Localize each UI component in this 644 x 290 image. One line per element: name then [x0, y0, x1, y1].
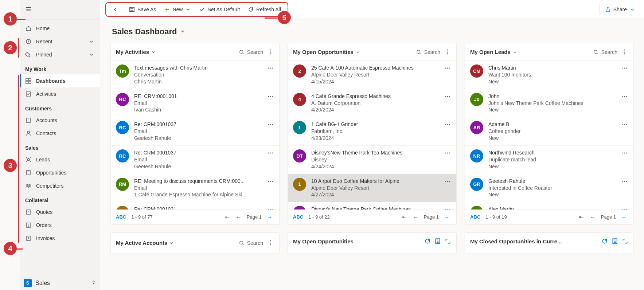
page-prev[interactable]: ← [411, 213, 420, 221]
card-active-accounts-title[interactable]: My Active Accounts [116, 240, 174, 246]
page-title[interactable]: Sales Dashboard [110, 24, 634, 43]
card-activities-more[interactable]: ⋮ [267, 47, 274, 57]
card-activities-search[interactable]: Search [239, 49, 263, 55]
row-title: 1 Café BG-1 Grinder [311, 121, 439, 128]
card-opportunities-title[interactable]: My Open Opportunities [293, 49, 360, 55]
back-button[interactable] [109, 4, 123, 15]
row-more[interactable]: ⋯ [621, 64, 628, 71]
row-more[interactable]: ⋯ [621, 149, 628, 156]
list-item[interactable]: RCRE: CRM:0001001EmailIvan Cashin⋯ [111, 89, 279, 118]
row-more[interactable]: ⋯ [621, 93, 628, 100]
list-item[interactable]: NRNorthwind ResearchDuplicate match lead… [465, 146, 633, 174]
list-item[interactable]: RCRe: CRM:0001037EmailGeetesh Rahule⋯ [111, 117, 279, 146]
card-activities-title[interactable]: My Activities [116, 49, 156, 55]
list-item[interactable]: TmText messages with Chris MartinConvers… [111, 61, 279, 89]
page-next[interactable]: → [265, 213, 274, 221]
group-sales: Sales [20, 140, 100, 153]
refresh-icon[interactable] [424, 238, 431, 244]
list-item[interactable]: 225 Café A-100 Automatic Espresso Machin… [288, 61, 456, 89]
card-leads-more[interactable]: ⋮ [621, 47, 628, 57]
row-more[interactable]: ⋯ [621, 121, 628, 128]
row-more[interactable]: ⋯ [267, 178, 274, 185]
set-default-button[interactable]: Set As Default [195, 4, 243, 15]
row-text: Disney'sNew Theme Park Tea MachinesDisne… [311, 149, 439, 170]
share-button[interactable]: Share [600, 4, 639, 15]
nav-recent[interactable]: Recent [20, 35, 100, 48]
page-first[interactable]: ⇤ [577, 213, 585, 221]
card-active-accounts-more[interactable]: ⋮ [267, 238, 274, 248]
row-more[interactable]: ⋯ [444, 178, 451, 185]
row-more[interactable]: ⋯ [444, 149, 451, 156]
list-item[interactable]: RCRe: CRM:0001031EmailDevansh Choure⋯ [111, 202, 279, 209]
page-next[interactable]: → [442, 213, 451, 221]
nav-dashboards[interactable]: Dashboards [20, 74, 100, 87]
list-item[interactable]: JoJohnJohn's New Theme Park Coffee Machi… [465, 89, 633, 118]
avatar: Jo [470, 93, 483, 106]
hamburger-button[interactable] [24, 4, 33, 15]
nav-activities[interactable]: Activities [20, 87, 100, 101]
card-leads: My Open Leads Search ⋮ CMChris MartinWan… [465, 43, 634, 224]
card-opportunities-search[interactable]: Search [416, 49, 440, 55]
area-switcher[interactable]: S Sales [20, 276, 100, 290]
list-item[interactable]: 44 Café Grande Espresso MachinesA. Datum… [288, 89, 456, 118]
list-item[interactable]: RCRe: CRM:0001037EmailGeetesh Rahule⋯ [111, 146, 279, 174]
page-prev[interactable]: ← [234, 213, 243, 221]
new-button[interactable]: ＋ New [160, 4, 195, 15]
page-prev[interactable]: ← [589, 213, 597, 221]
save-as-button[interactable]: Save As [125, 4, 160, 15]
card-leads-title[interactable]: My Open Leads [470, 49, 517, 55]
list-item[interactable]: DTDisney'sNew Theme Park Tea MachinesDis… [288, 146, 456, 174]
nav-leads[interactable]: Leads [20, 153, 100, 166]
card-active-accounts-search[interactable]: Search [239, 240, 263, 246]
row-more[interactable]: ⋯ [444, 121, 451, 128]
list-item[interactable]: GRGeetesh RahuleInterested in Coffee Roa… [465, 174, 633, 203]
expand-icon[interactable] [445, 238, 451, 244]
row-more[interactable]: ⋯ [267, 121, 274, 128]
page-first[interactable]: ⇤ [223, 213, 231, 221]
row-more[interactable]: ⋯ [444, 206, 451, 209]
row-more[interactable]: ⋯ [267, 93, 274, 100]
row-subtitle: Interested in Coffee Roaster [488, 185, 616, 192]
search-icon [593, 50, 598, 55]
records-icon[interactable] [434, 238, 441, 244]
refresh-all-button[interactable]: Refresh All [244, 4, 285, 15]
abc-filter[interactable]: ABC [116, 214, 126, 220]
card-opportunities-more[interactable]: ⋮ [444, 47, 451, 57]
card-closed-opps-title: My Closed Opportunities in Curre... [470, 238, 562, 244]
abc-filter[interactable]: ABC [470, 214, 480, 220]
list-item[interactable]: RMRE: Meeting to discuss requirements CR… [111, 174, 279, 203]
abc-filter[interactable]: ABC [293, 214, 303, 220]
nav-accounts[interactable]: Accounts [20, 114, 100, 127]
nav-contacts[interactable]: Contacts [20, 127, 100, 140]
list-item[interactable]: 11 Café BG-1 GrinderFabrikam, Inc.4/23/2… [288, 117, 456, 146]
list-item[interactable]: 110 Airpot Duo Coffee Makers for AlpineA… [288, 174, 456, 203]
row-more[interactable]: ⋯ [621, 178, 628, 185]
records-icon[interactable] [612, 238, 618, 244]
list-item[interactable]: AMAlex MartinTesting duplicate matching … [465, 202, 633, 209]
nav-competitors-label: Competitors [36, 183, 63, 189]
page-next[interactable]: → [620, 213, 628, 221]
chevron-down-icon [185, 7, 191, 12]
row-more[interactable]: ⋯ [267, 206, 274, 209]
card-leads-search[interactable]: Search [593, 49, 617, 55]
row-more[interactable]: ⋯ [444, 93, 451, 100]
nav-orders[interactable]: Orders [20, 219, 100, 232]
nav-home[interactable]: Home [20, 22, 100, 35]
annotation-2: 2 [4, 41, 17, 54]
expand-icon[interactable] [622, 238, 628, 244]
list-item[interactable]: DNDisney's New Theme Park Coffee Machine… [288, 202, 456, 209]
nav-quotes[interactable]: Quotes [20, 205, 100, 219]
row-more[interactable]: ⋯ [267, 149, 274, 156]
nav-invoices[interactable]: Invoices [20, 232, 100, 245]
row-more[interactable]: ⋯ [621, 206, 628, 209]
nav-pinned[interactable]: Pinned [20, 48, 100, 61]
group-collateral: Collateral [20, 192, 100, 205]
list-item[interactable]: CMChris MartinWant 100 monitorsNew⋯ [465, 61, 633, 89]
nav-competitors[interactable]: Competitors [20, 179, 100, 192]
refresh-icon[interactable] [601, 238, 608, 244]
page-first[interactable]: ⇤ [400, 213, 408, 221]
list-item[interactable]: ABAdame BCoffee grinderNew⋯ [465, 117, 633, 146]
row-more[interactable]: ⋯ [267, 64, 274, 71]
row-more[interactable]: ⋯ [444, 64, 451, 71]
nav-opportunities[interactable]: Opportunities [20, 166, 100, 179]
